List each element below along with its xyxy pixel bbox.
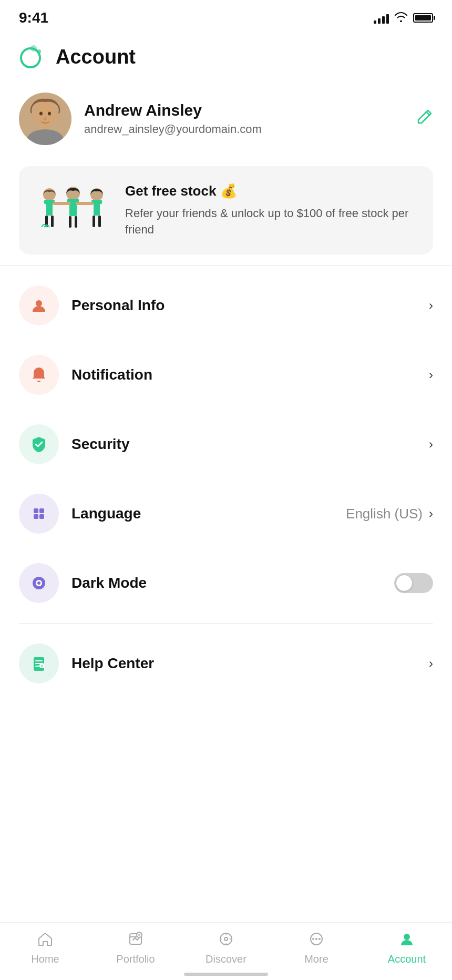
toggle-knob <box>396 575 412 591</box>
dark-mode-label: Dark Mode <box>71 575 394 591</box>
status-bar: 9:41 <box>0 0 452 32</box>
security-icon-wrap <box>19 424 59 464</box>
svg-point-35 <box>37 581 40 585</box>
home-nav-label: Home <box>31 953 59 965</box>
notification-label: Notification <box>71 366 429 383</box>
svg-point-9 <box>43 188 56 201</box>
menu-item-personal-info[interactable]: Personal Info › <box>19 271 433 340</box>
battery-icon <box>413 13 433 23</box>
svg-point-5 <box>39 112 43 116</box>
language-label: Language <box>71 505 346 522</box>
svg-rect-20 <box>60 202 70 205</box>
profile-section: Andrew Ainsley andrew_ainsley@yourdomain… <box>0 82 452 156</box>
help-center-label: Help Center <box>71 655 429 672</box>
referral-illustration <box>34 179 112 242</box>
svg-point-2 <box>37 49 41 54</box>
menu-item-help-center[interactable]: ? Help Center › <box>19 629 433 698</box>
svg-rect-19 <box>75 216 77 228</box>
svg-rect-29 <box>34 508 38 513</box>
referral-banner[interactable]: Get free stock 💰 Refer your friends & un… <box>19 166 433 254</box>
svg-rect-26 <box>98 216 101 227</box>
dark-mode-toggle[interactable] <box>394 573 433 593</box>
notification-chevron: › <box>429 368 433 382</box>
notification-icon-wrap <box>19 355 59 395</box>
section-divider-2 <box>19 623 433 624</box>
home-indicator <box>184 973 268 976</box>
svg-point-8 <box>27 129 64 145</box>
menu-item-language[interactable]: Language English (US) › <box>19 479 433 548</box>
nav-item-home[interactable]: Home <box>19 932 71 965</box>
discover-nav-label: Discover <box>206 953 246 965</box>
security-label: Security <box>71 436 429 453</box>
portfolio-nav-label: Portfolio <box>116 953 155 965</box>
svg-point-49 <box>315 938 317 940</box>
svg-rect-27 <box>82 202 94 205</box>
page-header: Account <box>0 32 452 82</box>
section-divider-1 <box>0 265 452 266</box>
referral-description: Refer your friends & unlock up to $100 o… <box>125 206 418 238</box>
referral-text: Get free stock 💰 Refer your friends & un… <box>125 182 418 238</box>
svg-point-6 <box>48 112 51 116</box>
svg-point-50 <box>319 938 321 940</box>
menu-item-notification[interactable]: Notification › <box>19 340 433 410</box>
page-title: Account <box>56 46 136 68</box>
language-icon-wrap <box>19 494 59 534</box>
nav-item-more[interactable]: More <box>290 932 343 965</box>
svg-point-51 <box>404 934 410 940</box>
account-icon <box>399 932 415 950</box>
svg-rect-13 <box>51 216 54 227</box>
status-icons <box>374 12 433 25</box>
help-center-icon-wrap: ? <box>19 644 59 683</box>
bottom-menu-section: ? Help Center › <box>0 629 452 698</box>
svg-rect-32 <box>39 514 44 519</box>
svg-point-28 <box>36 300 42 307</box>
svg-point-1 <box>30 45 37 52</box>
menu-item-dark-mode[interactable]: Dark Mode <box>19 548 433 618</box>
app-logo <box>19 42 46 72</box>
menu-item-security[interactable]: Security › <box>19 410 433 479</box>
more-icon <box>309 932 324 950</box>
signal-icon <box>374 12 389 24</box>
discover-icon <box>218 932 234 950</box>
nav-item-portfolio[interactable]: Portfolio <box>109 932 162 965</box>
svg-rect-25 <box>93 216 95 227</box>
menu-section: Personal Info › Notification › Security … <box>0 271 452 618</box>
nav-item-account[interactable]: Account <box>381 932 433 965</box>
wifi-icon <box>394 12 408 25</box>
language-chevron: › <box>429 506 433 521</box>
edit-profile-button[interactable] <box>416 108 433 129</box>
svg-rect-30 <box>39 508 44 513</box>
dark-mode-icon-wrap <box>19 563 59 603</box>
personal-info-chevron: › <box>429 298 433 313</box>
svg-point-48 <box>312 938 314 940</box>
profile-name: Andrew Ainsley <box>84 101 433 119</box>
status-time: 9:41 <box>19 9 48 26</box>
svg-rect-31 <box>34 514 38 519</box>
svg-text:?: ? <box>41 665 43 668</box>
referral-title: Get free stock 💰 <box>125 182 418 200</box>
personal-info-icon-wrap <box>19 285 59 325</box>
language-value: English (US) <box>346 506 423 522</box>
more-nav-label: More <box>304 953 328 965</box>
svg-rect-18 <box>69 216 71 228</box>
portfolio-icon <box>128 932 143 950</box>
nav-item-discover[interactable]: Discover <box>200 932 252 965</box>
bottom-navigation: Home Portfolio Discover <box>0 922 452 980</box>
svg-point-45 <box>224 937 228 941</box>
security-chevron: › <box>429 437 433 452</box>
profile-info: Andrew Ainsley andrew_ainsley@yourdomain… <box>84 101 433 136</box>
home-icon <box>37 932 53 950</box>
personal-info-label: Personal Info <box>71 297 429 314</box>
avatar <box>19 93 71 145</box>
account-nav-label: Account <box>388 953 426 965</box>
help-center-chevron: › <box>429 656 433 671</box>
profile-email: andrew_ainsley@yourdomain.com <box>84 122 433 136</box>
